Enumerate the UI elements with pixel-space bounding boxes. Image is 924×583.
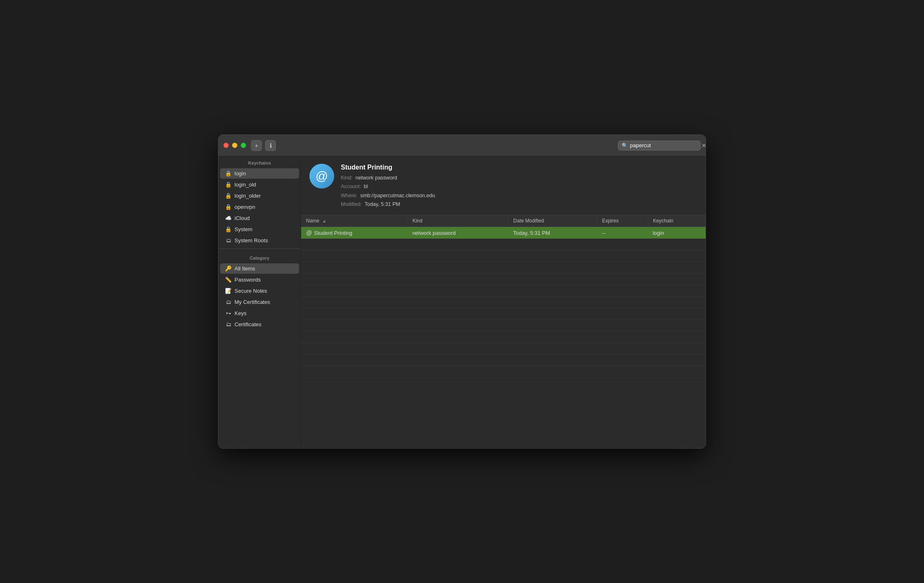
info-button[interactable]: ℹ xyxy=(265,140,276,151)
sidebar-item-my-certificates-label: My Certificates xyxy=(235,299,270,305)
sidebar-item-all-items-label: All Items xyxy=(235,265,255,272)
sidebar-item-certificates-label: Certificates xyxy=(235,321,261,327)
sidebar-item-passwords-label: Passwords xyxy=(235,277,261,283)
sidebar-item-login-old-label: login_old xyxy=(235,182,256,188)
sidebar-item-openvpn[interactable]: 🔒 openvpn xyxy=(220,202,299,212)
col-name[interactable]: Name ▲ xyxy=(301,215,407,227)
table-row[interactable]: @ Student Printing network password Toda… xyxy=(301,227,706,239)
maximize-button[interactable] xyxy=(241,143,246,148)
sidebar-item-login-label: login xyxy=(235,170,246,177)
search-icon: 🔍 xyxy=(622,143,628,148)
col-expires[interactable]: Expires xyxy=(597,215,648,227)
empty-row xyxy=(301,285,706,297)
col-keychain[interactable]: Keychain xyxy=(648,215,706,227)
sidebar-item-keys-label: Keys xyxy=(235,310,247,316)
lock-icon: 🔒 xyxy=(225,182,232,188)
sidebar-item-system[interactable]: 🔒 System xyxy=(220,224,299,234)
kind-value: network password xyxy=(355,175,397,181)
empty-row xyxy=(301,366,706,378)
cloud-icon: ☁️ xyxy=(225,215,232,221)
where-value: smb://papercutmac.clemson.edu xyxy=(360,193,435,198)
search-input[interactable] xyxy=(630,142,699,148)
item-account-row: Account: bl xyxy=(341,182,697,191)
sidebar-item-all-items[interactable]: 🔑 All Items xyxy=(220,263,299,274)
empty-row xyxy=(301,239,706,251)
item-meta: Kind: network password Account: bl Where… xyxy=(341,174,697,209)
sidebar-item-system-roots-label: System Roots xyxy=(235,237,268,244)
sidebar-item-icloud-label: iCloud xyxy=(235,215,250,221)
certificates-icon: 🗂 xyxy=(225,321,232,327)
keychains-label: Keychains xyxy=(218,156,301,168)
sidebar-item-icloud[interactable]: ☁️ iCloud xyxy=(220,213,299,223)
lock-icon: 🔒 xyxy=(225,226,232,232)
sidebar-item-keys[interactable]: 🗝 Keys xyxy=(220,308,299,318)
lock-icon: 🔒 xyxy=(225,204,232,210)
avatar-symbol: @ xyxy=(316,169,328,183)
keychain-access-window: + ℹ 🔍 ✕ Keychains 🔒 login 🔒 login_old � xyxy=(218,134,706,449)
empty-row xyxy=(301,308,706,320)
empty-row xyxy=(301,251,706,262)
traffic-lights xyxy=(223,143,246,148)
close-button[interactable] xyxy=(223,143,229,148)
sidebar-item-passwords[interactable]: ✏️ Passwords xyxy=(220,275,299,285)
sidebar: Keychains 🔒 login 🔒 login_old 🔒 login_ol… xyxy=(218,156,301,448)
add-keychain-button[interactable]: + xyxy=(251,140,262,151)
row-at-icon: @ xyxy=(306,229,312,236)
lock-icon: 🔒 xyxy=(225,193,232,199)
row-name-cell: @ Student Printing xyxy=(301,227,407,239)
item-kind-row: Kind: network password xyxy=(341,174,697,182)
item-header: @ Student Printing Kind: network passwor… xyxy=(301,156,706,215)
lock-icon: 🔒 xyxy=(225,170,232,177)
content-area: @ Student Printing Kind: network passwor… xyxy=(301,156,706,448)
sidebar-item-secure-notes[interactable]: 📝 Secure Notes xyxy=(220,286,299,296)
sort-arrow-name: ▲ xyxy=(322,219,326,223)
items-table: Name ▲ Kind Date Modified Expires xyxy=(301,215,706,378)
item-title: Student Printing xyxy=(341,164,697,171)
sidebar-item-login-old[interactable]: 🔒 login_old xyxy=(220,179,299,190)
keys-icon: 🗝 xyxy=(225,310,232,316)
folder-icon: 🗂 xyxy=(225,237,232,244)
row-expires-cell: -- xyxy=(597,227,648,239)
minimize-button[interactable] xyxy=(232,143,237,148)
empty-row xyxy=(301,262,706,274)
modified-label: Modified: xyxy=(341,201,362,207)
kind-label: Kind: xyxy=(341,175,353,181)
sidebar-item-system-label: System xyxy=(235,226,252,232)
sidebar-item-login-older[interactable]: 🔒 login_older xyxy=(220,191,299,201)
item-header-top: @ Student Printing Kind: network passwor… xyxy=(309,164,697,209)
empty-row xyxy=(301,355,706,366)
item-details: Student Printing Kind: network password … xyxy=(341,164,697,209)
sidebar-item-system-roots[interactable]: 🗂 System Roots xyxy=(220,235,299,246)
account-label: Account: xyxy=(341,184,361,189)
sidebar-item-certificates[interactable]: 🗂 Certificates xyxy=(220,319,299,330)
passwords-icon: ✏️ xyxy=(225,277,232,283)
col-kind[interactable]: Kind xyxy=(407,215,508,227)
search-container: 🔍 ✕ xyxy=(618,141,701,151)
sidebar-item-login[interactable]: 🔒 login xyxy=(220,168,299,179)
row-keychain-cell: login xyxy=(648,227,706,239)
where-label: Where: xyxy=(341,193,357,198)
titlebar: + ℹ 🔍 ✕ xyxy=(218,135,706,156)
empty-row xyxy=(301,274,706,285)
item-avatar: @ xyxy=(309,164,334,189)
empty-row xyxy=(301,320,706,332)
empty-row xyxy=(301,343,706,355)
sidebar-item-openvpn-label: openvpn xyxy=(235,204,255,210)
col-date-modified[interactable]: Date Modified xyxy=(508,215,597,227)
search-clear-button[interactable]: ✕ xyxy=(701,142,706,149)
row-date-cell: Today, 5:31 PM xyxy=(508,227,597,239)
item-modified-row: Modified: Today, 5:31 PM xyxy=(341,200,697,209)
main-layout: Keychains 🔒 login 🔒 login_old 🔒 login_ol… xyxy=(218,156,706,448)
sidebar-item-login-older-label: login_older xyxy=(235,193,261,199)
modified-value: Today, 5:31 PM xyxy=(364,201,400,207)
all-items-icon: 🔑 xyxy=(225,265,232,272)
sidebar-item-secure-notes-label: Secure Notes xyxy=(235,288,267,294)
empty-row xyxy=(301,297,706,308)
sidebar-divider xyxy=(218,248,301,249)
sidebar-item-my-certificates[interactable]: 🗂 My Certificates xyxy=(220,297,299,307)
table-container: Name ▲ Kind Date Modified Expires xyxy=(301,215,706,448)
secure-notes-icon: 📝 xyxy=(225,288,232,294)
my-certificates-icon: 🗂 xyxy=(225,299,232,305)
category-label: Category xyxy=(218,251,301,263)
table-header-row: Name ▲ Kind Date Modified Expires xyxy=(301,215,706,227)
